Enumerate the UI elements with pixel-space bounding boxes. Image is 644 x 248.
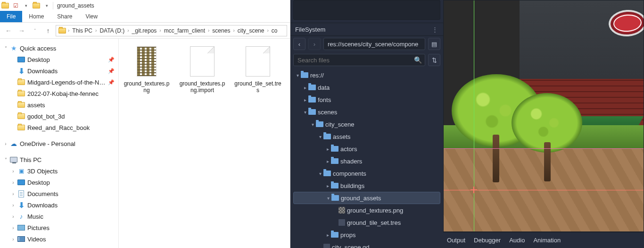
tab-audio[interactable]: Audio xyxy=(509,237,525,244)
search-input[interactable] xyxy=(297,57,421,64)
chevron-right-icon[interactable]: › xyxy=(67,28,70,33)
this-pc-item[interactable]: ›Pictures xyxy=(0,222,118,233)
nav-back-button[interactable]: ‹ xyxy=(293,38,305,50)
breadcrumb-segment[interactable]: DATA (D:) xyxy=(98,27,126,34)
onedrive-item[interactable]: › ☁ OneDrive - Personal xyxy=(0,138,118,149)
file-list-pane[interactable]: ground_textures.pngground_textures.png.i… xyxy=(119,39,290,248)
expand-icon[interactable]: ▾ xyxy=(294,73,301,78)
tab-home[interactable]: Home xyxy=(22,11,50,22)
expand-icon[interactable]: › xyxy=(9,225,17,231)
collapse-icon[interactable]: ˅ xyxy=(2,157,9,162)
breadcrumb-segment[interactable]: co xyxy=(270,27,279,34)
resource-tree-item[interactable]: ▸props xyxy=(293,229,440,241)
this-pc-item[interactable]: ›Videos xyxy=(0,233,118,245)
quick-access-header[interactable]: ˅ ★ Quick access xyxy=(0,43,118,54)
this-pc-item[interactable]: ›▣3D Objects xyxy=(0,165,118,177)
expand-icon[interactable]: ▸ xyxy=(324,159,331,164)
file-item[interactable]: ground_textures.png.import xyxy=(178,44,226,94)
dock-menu-icon[interactable]: ⋮ xyxy=(432,26,438,33)
chevron-right-icon[interactable]: › xyxy=(207,28,210,33)
path-input[interactable] xyxy=(328,41,421,48)
expand-icon[interactable]: › xyxy=(9,180,17,185)
resource-tree[interactable]: ▾res://▸data▸fonts▾scenes▾city_scene▾ass… xyxy=(290,68,443,248)
resource-tree-item[interactable]: ground_textures.png xyxy=(293,204,440,216)
folder-icon[interactable] xyxy=(32,1,41,10)
resource-tree-item[interactable]: ground_tile_set.tres xyxy=(293,216,440,229)
tab-file[interactable]: File xyxy=(0,11,22,22)
resource-tree-item[interactable]: city_scene.gd xyxy=(293,241,440,248)
tab-share[interactable]: Share xyxy=(50,11,79,22)
quick-access-item[interactable]: 2022-07-Kobaj-the-fennec xyxy=(0,88,118,99)
guide-horizontal[interactable] xyxy=(444,148,644,149)
resource-tree-item[interactable]: ▾components xyxy=(293,167,440,180)
chevron-right-icon[interactable]: › xyxy=(127,28,129,33)
expand-icon[interactable]: ▸ xyxy=(324,183,331,188)
breadcrumb-segment[interactable]: city_scene xyxy=(236,27,266,34)
expand-icon[interactable]: ▾ xyxy=(309,122,316,127)
expand-icon[interactable]: ▾ xyxy=(302,110,308,115)
expand-icon[interactable]: › xyxy=(9,237,17,242)
expand-icon[interactable]: ▾ xyxy=(325,196,331,201)
chevron-right-icon[interactable]: › xyxy=(95,28,97,33)
collapse-icon[interactable]: ˅ xyxy=(2,46,9,51)
scene-viewport[interactable] xyxy=(443,0,644,232)
file-item[interactable]: ground_textures.png xyxy=(123,44,171,94)
quick-access-item[interactable]: ⬇Downloads📌 xyxy=(0,65,118,77)
quick-access-item[interactable]: Midgard-Legends-of-the-North.cli📌 xyxy=(0,77,118,88)
expand-icon[interactable]: ▾ xyxy=(317,171,323,176)
this-pc-item[interactable]: ›♪Music xyxy=(0,211,118,222)
breadcrumb-segment[interactable]: scenes xyxy=(211,27,231,34)
resource-tree-item[interactable]: ▾assets xyxy=(293,130,440,143)
tab-debugger[interactable]: Debugger xyxy=(474,237,501,244)
qat-dropdown-icon[interactable]: ▾ xyxy=(22,1,30,10)
expand-icon[interactable]: ▸ xyxy=(302,85,308,90)
resource-tree-item[interactable]: ▸data xyxy=(293,81,440,94)
expand-icon[interactable]: › xyxy=(2,141,9,146)
up-button[interactable]: ↑ xyxy=(42,25,54,36)
resource-tree-item[interactable]: ▾city_scene xyxy=(293,118,440,130)
qat-dropdown-icon[interactable]: ▾ xyxy=(42,1,51,10)
this-pc-item[interactable]: ›Documents xyxy=(0,188,118,199)
resource-tree-item[interactable]: ▾res:// xyxy=(293,69,440,81)
chevron-right-icon[interactable]: › xyxy=(159,28,161,33)
this-pc-header[interactable]: ˅ This PC xyxy=(0,154,118,165)
quick-access-item[interactable]: godot_bot_3d xyxy=(0,111,118,122)
search-field[interactable]: 🔍 xyxy=(293,54,425,66)
tab-output[interactable]: Output xyxy=(447,237,465,244)
this-pc-item[interactable]: ›⬇Downloads xyxy=(0,199,118,211)
resource-tree-item[interactable]: ▾scenes xyxy=(293,106,440,118)
nav-forward-button[interactable]: › xyxy=(308,38,321,50)
quick-access-item[interactable]: Reed_and_Racc_book xyxy=(0,122,118,133)
resource-tree-item[interactable]: ▸shaders xyxy=(293,155,440,167)
expand-icon[interactable]: ▸ xyxy=(324,146,331,152)
expand-icon[interactable]: ▸ xyxy=(302,97,308,103)
resource-tree-item[interactable]: ▸actors xyxy=(293,143,440,155)
guide-vertical[interactable] xyxy=(474,0,474,231)
path-field[interactable] xyxy=(323,38,425,50)
file-item[interactable]: ground_tile_set.tres xyxy=(234,44,282,94)
split-mode-icon[interactable]: ▤ xyxy=(428,38,440,50)
chevron-right-icon[interactable]: › xyxy=(266,28,269,33)
breadcrumb-segment[interactable]: This PC xyxy=(71,27,94,34)
breadcrumb-segment[interactable]: mcc_farm_client xyxy=(163,27,206,34)
expand-icon[interactable]: ▾ xyxy=(317,134,323,139)
quick-access-item[interactable]: assets xyxy=(0,99,118,111)
properties-icon[interactable]: ☑ xyxy=(11,1,20,10)
chevron-right-icon[interactable]: › xyxy=(232,28,235,33)
back-button[interactable]: ← xyxy=(3,25,14,36)
address-bar[interactable]: › This PC › DATA (D:) › _git.repos › mcc… xyxy=(56,25,287,36)
recent-dropdown-icon[interactable]: ˅ xyxy=(29,25,41,36)
tab-view[interactable]: View xyxy=(79,11,104,22)
expand-icon[interactable]: › xyxy=(9,169,17,174)
navigation-pane[interactable]: ˅ ★ Quick access Desktop📌⬇Downloads📌Midg… xyxy=(0,39,119,248)
tab-animation[interactable]: Animation xyxy=(533,237,561,244)
resource-tree-item[interactable]: ▸buildings xyxy=(293,180,440,192)
breadcrumb-segment[interactable]: _git.repos xyxy=(131,27,158,34)
expand-icon[interactable]: › xyxy=(9,214,17,219)
quick-access-item[interactable]: Desktop📌 xyxy=(0,54,118,65)
forward-button[interactable]: → xyxy=(16,25,27,36)
expand-icon[interactable]: ▸ xyxy=(324,232,331,238)
expand-icon[interactable]: › xyxy=(9,191,17,197)
resource-tree-item[interactable]: ▾ground_assets xyxy=(293,192,440,204)
resource-tree-item[interactable]: ▸fonts xyxy=(293,94,440,106)
